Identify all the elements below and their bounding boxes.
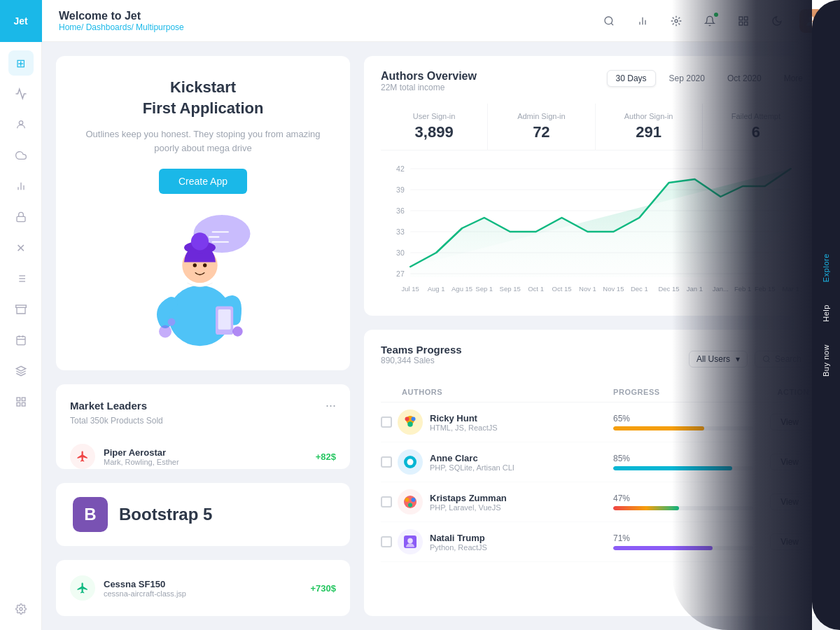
progress-bar-fill — [613, 506, 679, 510]
explore-button[interactable]: Explore — [815, 242, 837, 293]
svg-text:Jan...: Jan... — [713, 286, 729, 293]
svg-text:Nov 15: Nov 15 — [603, 286, 624, 293]
team-row: Natali Trump Python, ReactJS 71% View — [381, 522, 809, 562]
breadcrumb-home[interactable]: Home/ — [59, 22, 83, 32]
sidebar-item-calendar[interactable] — [8, 328, 34, 353]
row-checkbox[interactable] — [381, 496, 392, 507]
settings-icon[interactable] — [8, 596, 34, 622]
svg-text:30: 30 — [396, 249, 405, 257]
stat-value: 72 — [488, 123, 594, 141]
search-button[interactable] — [598, 10, 620, 32]
svg-rect-30 — [744, 22, 748, 25]
customize-button[interactable] — [665, 10, 687, 32]
progress-bar-bg — [613, 426, 753, 430]
team-row: Ricky Hunt HTML, JS, ReactJS 65% View — [381, 402, 809, 442]
svg-point-42 — [193, 263, 197, 267]
all-users-filter[interactable]: All Users ▾ — [689, 351, 748, 368]
sidebar-settings[interactable] — [8, 588, 34, 630]
notification-button[interactable] — [699, 10, 721, 32]
market-leaders-card: Market Leaders ··· Total 350k Products S… — [56, 384, 350, 469]
teams-title-area: Teams Progress 890,344 Sales — [381, 344, 462, 374]
sidebar-item-chart[interactable] — [8, 81, 34, 106]
tab-oct2020[interactable]: Oct 2020 — [718, 70, 771, 87]
right-edge-panel: Explore Help Buy now — [812, 0, 840, 630]
svg-text:39: 39 — [396, 186, 405, 194]
sidebar-item-lock[interactable] — [8, 204, 34, 230]
right-column: Authors Overview 22M total income 30 Day… — [364, 56, 826, 616]
view-button[interactable]: View — [770, 414, 809, 430]
team-avatar — [398, 449, 423, 475]
team-member-name: Kristaps Zumman — [430, 493, 613, 503]
row-checkbox[interactable] — [381, 536, 392, 547]
sidebar-item-cloud[interactable] — [8, 143, 34, 168]
buy-now-button[interactable]: Buy now — [815, 333, 837, 388]
team-avatar — [398, 529, 423, 554]
help-button[interactable]: Help — [815, 293, 837, 333]
svg-text:Feb 1: Feb 1 — [734, 286, 751, 293]
analytics-button[interactable] — [631, 10, 654, 32]
teams-filter: All Users ▾ Search — [689, 351, 809, 368]
brand-logo[interactable]: Jet — [0, 0, 42, 42]
content-area: Kickstart First Application Outlines kee… — [42, 42, 840, 630]
sidebar-item-stats[interactable] — [8, 174, 34, 199]
svg-line-23 — [611, 23, 613, 25]
left-column: Kickstart First Application Outlines kee… — [56, 56, 350, 616]
tab-more[interactable]: More — [775, 70, 812, 87]
sidebar-item-close[interactable]: ✕ — [8, 235, 34, 260]
sidebar-item-grid[interactable]: ⊞ — [8, 50, 34, 76]
team-row: Anne Clarc PHP, SQLite, Artisan CLI 85% … — [381, 442, 809, 482]
view-button[interactable]: View — [770, 533, 809, 550]
svg-rect-31 — [739, 22, 743, 25]
market-leaders-more[interactable]: ··· — [326, 398, 336, 413]
stats-row: User Sign-in 3,899 Admin Sign-in 72 Auth… — [381, 104, 809, 150]
sidebar-item-table[interactable] — [8, 389, 34, 414]
kickstart-subtitle: First Application — [143, 99, 264, 118]
stat-failed-attempt: Failed Attempt 6 — [703, 104, 809, 150]
svg-rect-84 — [407, 459, 414, 465]
team-progress: 71% — [613, 533, 753, 550]
col-authors-header: AUTHORS — [402, 388, 613, 396]
teams-search[interactable]: Search — [755, 351, 809, 368]
row-checkbox[interactable] — [381, 416, 392, 428]
kickstart-title: Kickstart — [170, 78, 236, 97]
dark-mode-button[interactable] — [766, 10, 788, 32]
svg-rect-4 — [17, 216, 25, 221]
team-info: Ricky Hunt HTML, JS, ReactJS — [430, 413, 613, 432]
market-item: Piper Aerostar Mark, Rowling, Esther +82… — [70, 437, 336, 469]
svg-rect-18 — [22, 398, 25, 401]
market-leaders-title: Market Leaders — [70, 400, 147, 412]
notification-dot — [714, 13, 718, 17]
grid-view-button[interactable] — [732, 10, 755, 32]
svg-point-81 — [412, 417, 416, 421]
team-member-skills: PHP, SQLite, Artisan CLI — [430, 463, 613, 472]
progress-bar-bg — [613, 506, 753, 510]
svg-rect-11 — [15, 305, 26, 307]
sidebar-item-layers[interactable] — [8, 358, 34, 384]
progress-percent: 47% — [613, 493, 753, 503]
sidebar-item-list[interactable] — [8, 266, 34, 291]
header-actions — [598, 9, 823, 33]
svg-text:27: 27 — [396, 270, 405, 278]
bootstrap-title: Bootstrap 5 — [119, 505, 212, 524]
svg-text:Nov 1: Nov 1 — [579, 286, 596, 293]
team-info: Kristaps Zumman PHP, Laravel, VueJS — [430, 493, 613, 512]
team-row: Kristaps Zumman PHP, Laravel, VueJS 47% … — [381, 482, 809, 522]
svg-point-47 — [232, 326, 242, 336]
team-action: View — [753, 414, 809, 430]
sidebar-item-user[interactable] — [8, 112, 34, 137]
svg-point-90 — [407, 538, 413, 544]
breadcrumb-dashboards[interactable]: Dashboards/ — [86, 22, 134, 32]
stat-admin-signin: Admin Sign-in 72 — [488, 104, 595, 150]
stat-label: User Sign-in — [381, 112, 487, 120]
view-button[interactable]: View — [770, 454, 809, 470]
sidebar-item-archive[interactable] — [8, 297, 34, 322]
view-button[interactable]: View — [770, 493, 809, 510]
sidebar-nav: ⊞ ✕ — [8, 42, 34, 588]
tab-sep2020[interactable]: Sep 2020 — [660, 70, 714, 87]
progress-bar-bg — [613, 466, 753, 470]
row-checkbox[interactable] — [381, 456, 392, 468]
tab-30days[interactable]: 30 Days — [607, 70, 656, 87]
create-app-button[interactable]: Create App — [159, 169, 247, 194]
svg-text:Aug 1: Aug 1 — [428, 286, 445, 293]
svg-point-22 — [605, 17, 612, 24]
